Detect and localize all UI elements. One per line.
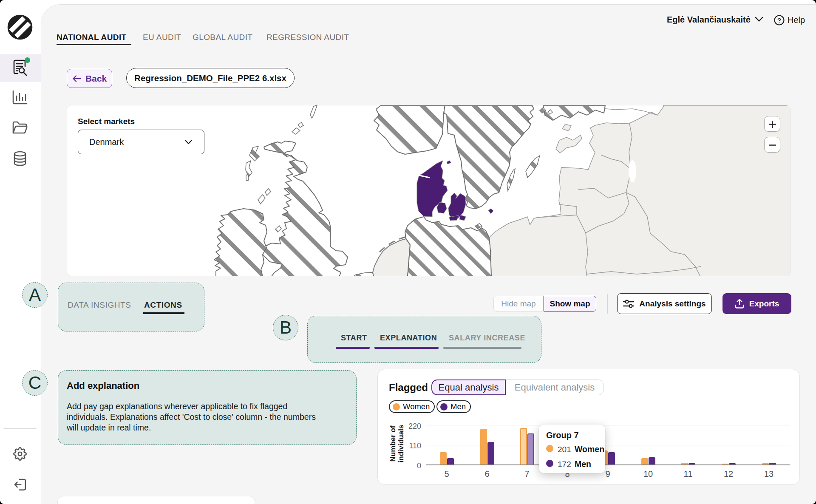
svg-text:?: ? [777,17,781,24]
